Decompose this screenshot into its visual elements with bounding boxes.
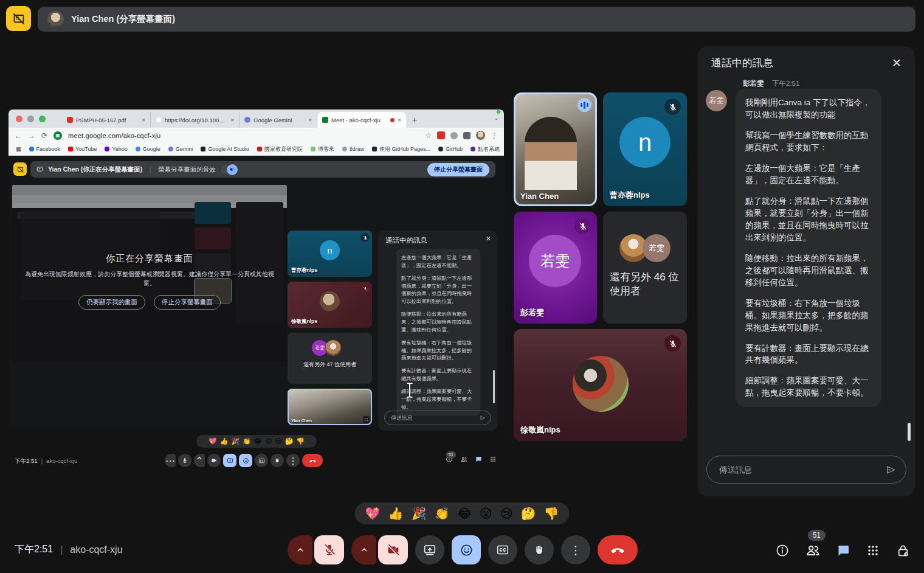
bookmark-item: tldraw — [342, 146, 364, 152]
screen-share-warning-icon — [6, 6, 31, 31]
avatar-photo — [573, 356, 629, 412]
browser-tab-strip: PSMPH-05-167.pdf × https://doi.org/10.10… — [9, 109, 504, 128]
reaction-clap[interactable]: 👏 — [433, 506, 450, 521]
mic-off-icon — [360, 233, 370, 242]
new-tab-button: + — [412, 115, 417, 125]
address-bar-url: meet.google.com/ako-cqcf-xju — [68, 132, 160, 139]
bookmark-item: Gemini — [168, 146, 193, 152]
meet-icon — [322, 117, 328, 123]
shared-screen-feed[interactable]: PSMPH-05-167.pdf × https://doi.org/10.10… — [9, 109, 504, 426]
participant-tile-caoyirong[interactable]: n 曹亦蓉nlps — [603, 92, 687, 206]
host-controls-lock-icon[interactable] — [895, 543, 911, 558]
inner-stop-sharing-button: 停止分享螢幕畫面 — [427, 163, 489, 176]
inner-participant-tile: n 曹亦蓉nlps — [288, 231, 372, 277]
participant-tile-xujinglan[interactable]: 徐敬嵐nlps — [514, 329, 687, 441]
bookmark-item: GitHub — [438, 146, 463, 152]
browser-tab: Google Gemini × — [240, 112, 317, 128]
camera-toggle-button-off[interactable] — [378, 535, 408, 564]
bookmark-item: 點名系統 — [471, 145, 500, 153]
reaction-thumbs-up[interactable]: 👍 — [387, 506, 405, 521]
mac-minimize-button — [27, 116, 34, 122]
present-screen-button[interactable] — [415, 535, 444, 564]
reaction-thumbs-down[interactable]: 👎 — [542, 506, 560, 521]
browser-tab-active: Meet - ako-cqcf-xju × — [317, 112, 406, 128]
overflow-participants-tile[interactable]: 若雯 還有另外 46 位使用者 — [603, 212, 687, 324]
chat-message-input[interactable] — [707, 465, 885, 474]
captions-button[interactable] — [488, 535, 517, 564]
activities-icon[interactable] — [866, 543, 880, 558]
inner-more-options-button: ⋮ — [286, 454, 300, 467]
camera-options-chevron[interactable] — [351, 535, 376, 564]
overflow-count-label: 還有另外 46 位使用者 — [610, 271, 681, 299]
clock-time: 下午2:51 — [15, 543, 53, 556]
reactions-bar: 💖 👍 🎉 👏 😂 😮 😢 🤔 👎 — [355, 502, 570, 524]
overflow-avatar-initials: 若雯 — [643, 234, 671, 262]
message-time: 下午2:51 — [772, 79, 799, 88]
tab-close-icon: × — [142, 117, 145, 123]
inner-end-call-button — [302, 454, 323, 467]
bookmark-item: Yahoo — [105, 146, 127, 152]
end-call-button[interactable] — [598, 535, 638, 564]
close-icon[interactable]: ✕ — [889, 54, 904, 72]
chat-scrollbar[interactable] — [908, 423, 911, 441]
tab-close-icon: × — [398, 117, 401, 123]
close-icon: ✕ — [486, 235, 491, 243]
inner-self-video-tile: Yian Chen ⛶ — [288, 389, 372, 425]
hand-raise-button[interactable] — [525, 535, 554, 564]
tab-close-icon: × — [230, 117, 234, 123]
reaction-cry[interactable]: 😢 — [499, 506, 514, 521]
tab-media-indicator — [390, 118, 395, 122]
inner-activities-icon — [489, 456, 497, 463]
reaction-surprised[interactable]: 😮 — [478, 506, 494, 521]
browser-toolbar: ← → ⟳ ▣ meet.google.com/ako-cqcf-xju ☆ ⋮ — [9, 128, 504, 143]
tab-close-icon: × — [308, 117, 312, 123]
unpin-icon: ⛶ — [363, 416, 370, 423]
reactions-button-active[interactable] — [452, 535, 481, 564]
recording-indicator-dot — [497, 110, 500, 114]
bookmark-item: Google AI Studio — [201, 146, 249, 152]
mic-off-icon — [664, 99, 681, 115]
tab-list-chevron-icon: ⌄ — [494, 114, 499, 121]
sharing-warning-dialog: 你正在分享螢幕畫面 為避免出現無限鏡射效應，請勿分享整個螢幕或瀏覽器視窗。建議你… — [12, 253, 287, 310]
chat-icon-active[interactable] — [836, 543, 850, 558]
inner-chat-panel: 通話中的訊息 ✕ 左邊放一個大蘋果：它是「生產器」，固定在左邊不能動。 點了就分… — [378, 231, 497, 431]
people-icon[interactable] — [805, 543, 821, 558]
mic-off-icon — [360, 284, 370, 293]
inner-chat-input — [384, 411, 491, 425]
reaction-heart[interactable]: 💖 — [364, 506, 382, 521]
inner-cam-chevron-icon: ⌃ — [194, 454, 205, 467]
bookmark-item: 使用 GitHub Pages... — [372, 145, 430, 153]
presenting-banner: Yian Chen (分享螢幕畫面) — [38, 7, 915, 32]
share-audio-toggle — [221, 165, 237, 174]
chat-panel-title: 通話中的訊息 — [711, 56, 773, 70]
meeting-details-icon[interactable] — [775, 543, 790, 558]
reaction-thinking[interactable]: 🤔 — [520, 506, 537, 521]
share-audio-label: 螢幕分享畫面的音效 — [158, 165, 216, 174]
inner-chat-icon — [475, 456, 482, 463]
chat-input-pill[interactable] — [706, 456, 906, 484]
mac-zoom-button — [39, 116, 46, 122]
keep-showing-button: 仍要顯示我的畫面 — [78, 295, 145, 310]
reaction-joy[interactable]: 😂 — [456, 506, 472, 521]
mic-toggle-button-muted[interactable] — [314, 535, 344, 564]
bookmark-item: YouTube — [68, 146, 97, 152]
mic-options-chevron[interactable] — [288, 535, 312, 564]
inner-hand-raise-button — [271, 454, 284, 467]
more-options-button[interactable]: ⋮ — [561, 535, 590, 564]
inner-reactions-button — [239, 454, 252, 467]
presenter-name: Yian Chen (分享螢幕畫面) — [71, 13, 175, 25]
extension-icon — [450, 132, 458, 139]
reaction-tada[interactable]: 🎉 — [410, 506, 427, 521]
participant-tile-yian-chen[interactable]: Yian Chen — [514, 92, 597, 206]
meeting-info: 下午2:51 | ako-cqcf-xju — [15, 543, 123, 556]
participant-count-badge: 51 — [808, 530, 826, 541]
dialog-body: 為避免出現無限鏡射效應，請勿分享整個螢幕或瀏覽器視窗。建議你僅分享單一分頁或其他… — [12, 270, 287, 288]
send-icon[interactable] — [885, 464, 897, 476]
inner-screen-share-warning-icon — [13, 162, 27, 176]
participant-tile-pengruowen[interactable]: 若雯 彭若雯 — [514, 212, 597, 324]
meeting-code: ako-cqcf-xju — [70, 544, 122, 555]
mic-off-icon — [574, 218, 591, 234]
inner-mic-icon — [178, 454, 191, 467]
inner-meet-window: Yian Chen (你正在分享螢幕畫面) ｜ 螢幕分享畫面的音效 停止分享螢幕… — [9, 156, 504, 426]
presenter-avatar — [47, 11, 64, 27]
